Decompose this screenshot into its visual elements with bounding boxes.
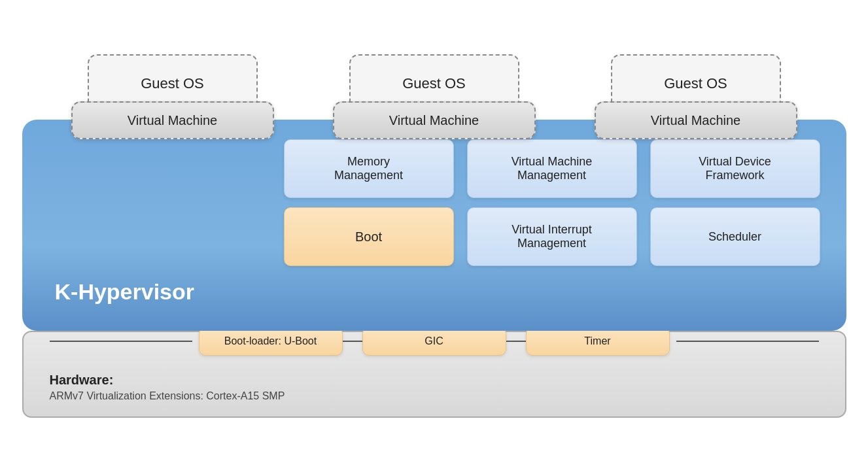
gic-box: GIC (362, 327, 506, 356)
boot-label: Boot (355, 229, 382, 244)
virtual-machine-2: Virtual Machine (333, 101, 536, 139)
hardware-area: Boot-loader: U-Boot GIC Timer Hardware: (22, 331, 846, 418)
gic-label: GIC (425, 335, 443, 347)
scheduler-label: Scheduler (708, 230, 761, 244)
boot-box: Boot (284, 207, 454, 266)
top-row: Guest OS Virtual Machine Guest OS Virtua… (22, 54, 846, 139)
virtual-interrupt-label: Virtual InterruptManagement (512, 223, 592, 250)
virtual-machine-label-2: Virtual Machine (389, 113, 479, 128)
virtual-interrupt-box: Virtual InterruptManagement (467, 207, 637, 266)
virtual-machine-label-1: Virtual Machine (128, 113, 217, 128)
virtual-machine-1: Virtual Machine (71, 101, 274, 139)
hardware-boxes-wrapper: Boot-loader: U-Boot GIC Timer (43, 327, 825, 356)
virtual-machine-label-3: Virtual Machine (651, 113, 740, 128)
vm-group-2: Guest OS Virtual Machine (333, 54, 536, 139)
guest-os-label-1: Guest OS (141, 75, 204, 92)
bootloader-label: Boot-loader: U-Boot (224, 335, 317, 347)
hardware-info: Hardware: ARMv7 Virtualization Extension… (43, 366, 825, 402)
bootloader-box: Boot-loader: U-Boot (199, 327, 343, 356)
virtual-device-framework-label: Virtual DeviceFramework (699, 155, 771, 182)
khypervisor-area: MemoryManagement Boot Virtual MachineMan… (22, 120, 846, 331)
hardware-title: Hardware: (50, 373, 819, 388)
hardware-subtitle-text: ARMv7 Virtualization Extensions: Cortex-… (50, 390, 285, 401)
virtual-device-framework-box: Virtual DeviceFramework (650, 139, 820, 198)
vm-group-3: Guest OS Virtual Machine (595, 54, 797, 139)
internal-col-3: Virtual DeviceFramework Scheduler (650, 139, 820, 266)
hw-connector-1 (343, 341, 362, 342)
internal-grid: MemoryManagement Boot Virtual MachineMan… (48, 139, 820, 266)
timer-label: Timer (584, 335, 610, 347)
virtual-machine-3: Virtual Machine (595, 101, 797, 139)
vm-management-label: Virtual MachineManagement (512, 155, 593, 182)
hw-connector-2 (506, 341, 526, 342)
vm-management-box: Virtual MachineManagement (467, 139, 637, 198)
khypervisor-text: K-Hypervisor (55, 279, 195, 304)
vm-group-1: Guest OS Virtual Machine (71, 54, 274, 139)
scheduler-box: Scheduler (650, 207, 820, 266)
memory-management-box: MemoryManagement (284, 139, 454, 198)
hardware-title-text: Hardware: (50, 373, 114, 387)
diagram-container: Guest OS Virtual Machine Guest OS Virtua… (16, 48, 853, 424)
internal-col-2: Virtual MachineManagement Virtual Interr… (467, 139, 637, 266)
guest-os-label-3: Guest OS (664, 75, 727, 92)
internal-col-1: MemoryManagement Boot (284, 139, 454, 266)
hardware-section: Boot-loader: U-Boot GIC Timer Hardware: (22, 331, 846, 418)
khypervisor-label: K-Hypervisor (48, 279, 820, 305)
memory-management-label: MemoryManagement (334, 155, 403, 182)
guest-os-label-2: Guest OS (402, 75, 466, 92)
timer-box: Timer (526, 327, 670, 356)
hardware-subtitle: ARMv7 Virtualization Extensions: Cortex-… (50, 390, 819, 402)
